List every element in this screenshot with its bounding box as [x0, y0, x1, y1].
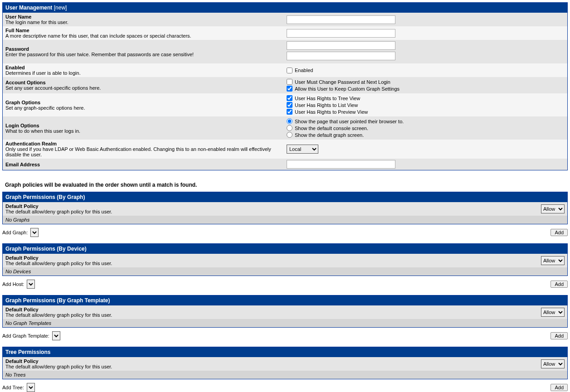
perm4-add-row: Add Tree: Add: [2, 381, 568, 392]
perm1-default-policy-row: Default Policy The default allow/deny gr…: [3, 202, 567, 216]
email-title: Email Address: [5, 162, 281, 167]
tree-view-checkbox[interactable]: [287, 95, 292, 101]
auth-realm-desc: Only used if you have LDAP or Web Basic …: [5, 146, 281, 157]
perm2-header: Graph Permissions (By Device): [3, 244, 567, 254]
tree-view-label: User Has Rights to Tree View: [295, 96, 360, 101]
perm4-add-label: Add Tree:: [2, 385, 24, 390]
perm1-header: Graph Permissions (By Graph): [3, 192, 567, 202]
enabled-label: Enabled Determines if user is able to lo…: [3, 63, 284, 77]
perm3-default-policy-row: Default Policy The default allow/deny gr…: [3, 305, 567, 319]
login-console-radio[interactable]: [287, 125, 292, 131]
policy-note: Graph policies will be evaluated in the …: [2, 177, 568, 192]
user-management-header: User Management [new]: [3, 3, 567, 13]
perm2-policy-title: Default Policy: [5, 255, 541, 261]
perm2-empty: No Devices: [3, 267, 567, 276]
perm1-add-label: Add Graph:: [2, 230, 28, 235]
perm1-policy-title: Default Policy: [5, 203, 541, 209]
list-view-checkbox[interactable]: [287, 102, 292, 108]
perm3-add-label: Add Graph Template:: [2, 333, 49, 339]
perm3-add-row: Add Graph Template: Add: [2, 329, 568, 347]
perm1-add-select[interactable]: [30, 228, 39, 237]
account-options-label: Account Options Set any user account-spe…: [3, 78, 284, 92]
login-last-page-radio[interactable]: [287, 118, 292, 124]
keep-graph-settings-checkbox[interactable]: [287, 86, 292, 92]
perm4-default-policy-row: Default Policy The default allow/deny gr…: [3, 357, 567, 371]
tree-permissions: Tree Permissions Default Policy The defa…: [2, 347, 568, 379]
enabled-desc: Determines if user is able to login.: [5, 70, 281, 76]
email-row: Email Address: [3, 159, 567, 170]
header-title: User Management: [5, 5, 52, 11]
perm2-add-select[interactable]: [27, 280, 35, 289]
perm4-empty: No Trees: [3, 371, 567, 379]
perm4-add-select[interactable]: [27, 383, 35, 392]
enabled-checkbox[interactable]: [287, 68, 292, 73]
perm3-add-select[interactable]: [52, 331, 60, 340]
perm2-add-label: Add Host:: [2, 281, 24, 287]
perm2-policy-desc: The default allow/deny graph policy for …: [5, 261, 541, 266]
account-options-row: Account Options Set any user account-spe…: [3, 77, 567, 93]
perm4-policy-title: Default Policy: [5, 358, 541, 364]
password-label: Password Enter the password for this use…: [3, 45, 284, 58]
perm3-empty: No Graph Templates: [3, 319, 567, 327]
password-input-2[interactable]: [287, 52, 395, 60]
password-row: Password Enter the password for this use…: [3, 40, 567, 63]
login-graph-radio[interactable]: [287, 132, 292, 138]
login-options-label: Login Options What to do when this user …: [3, 121, 284, 135]
username-desc: The login name for this user.: [5, 19, 281, 25]
email-input[interactable]: [287, 160, 395, 169]
password-desc: Enter the password for this user twice. …: [5, 52, 281, 57]
header-suffix: [new]: [54, 5, 67, 11]
graph-permissions-by-device: Graph Permissions (By Device) Default Po…: [2, 243, 568, 276]
graph-permissions-by-graph: Graph Permissions (By Graph) Default Pol…: [2, 192, 568, 224]
preview-view-label: User Has Rights to Preview View: [295, 109, 368, 115]
fullname-row: Full Name A more descriptive name for th…: [3, 26, 567, 40]
perm4-policy-desc: The default allow/deny graph policy for …: [5, 364, 541, 369]
keep-graph-settings-label: Allow this User to Keep Custom Graph Set…: [295, 86, 399, 92]
perm1-add-row: Add Graph: Add: [2, 226, 568, 243]
perm1-policy-desc: The default allow/deny graph policy for …: [5, 209, 541, 214]
auth-realm-label: Authentication Realm Only used if you ha…: [3, 140, 284, 159]
perm3-policy-title: Default Policy: [5, 307, 541, 312]
email-label: Email Address: [3, 160, 284, 169]
perm3-add-button[interactable]: Add: [551, 332, 568, 339]
perm2-default-policy-row: Default Policy The default allow/deny gr…: [3, 254, 567, 267]
login-last-page-label: Show the page that user pointed their br…: [295, 119, 404, 124]
auth-realm-title: Authentication Realm: [5, 141, 281, 146]
account-options-title: Account Options: [5, 80, 281, 85]
perm1-empty: No Graphs: [3, 216, 567, 224]
fullname-desc: A more descriptive name for this user, t…: [5, 33, 281, 39]
username-label: User Name The login name for this user.: [3, 13, 284, 26]
perm4-policy-select[interactable]: Allow: [541, 359, 565, 368]
login-console-label: Show the default console screen.: [295, 126, 368, 131]
username-input[interactable]: [287, 15, 395, 24]
list-view-label: User Has Rights to List View: [295, 102, 358, 108]
perm2-add-row: Add Host: Add: [2, 278, 568, 295]
password-title: Password: [5, 46, 281, 52]
fullname-input[interactable]: [287, 29, 395, 38]
preview-view-checkbox[interactable]: [287, 109, 292, 115]
perm1-add-button[interactable]: Add: [551, 229, 568, 236]
enabled-cb-label: Enabled: [295, 68, 313, 73]
auth-realm-select[interactable]: Local: [287, 145, 318, 154]
perm2-add-button[interactable]: Add: [551, 281, 568, 288]
must-change-password-checkbox[interactable]: [287, 79, 292, 85]
auth-realm-row: Authentication Realm Only used if you ha…: [3, 140, 567, 159]
graph-options-title: Graph Options: [5, 100, 281, 105]
perm2-policy-select[interactable]: Allow: [541, 256, 565, 265]
enabled-title: Enabled: [5, 65, 281, 70]
fullname-title: Full Name: [5, 28, 281, 33]
password-input-1[interactable]: [287, 41, 395, 50]
graph-options-row: Graph Options Set any graph-specific opt…: [3, 93, 567, 116]
perm3-policy-select[interactable]: Allow: [541, 308, 565, 317]
perm4-add-button[interactable]: Add: [551, 384, 568, 391]
perm1-policy-select[interactable]: Allow: [541, 204, 565, 213]
username-row: User Name The login name for this user.: [3, 13, 567, 26]
account-options-desc: Set any user account-specific options he…: [5, 85, 281, 91]
enabled-row: Enabled Determines if user is able to lo…: [3, 63, 567, 77]
must-change-password-label: User Must Change Password at Next Login: [295, 79, 390, 85]
perm4-header: Tree Permissions: [3, 347, 567, 357]
perm3-policy-desc: The default allow/deny graph policy for …: [5, 312, 541, 318]
login-graph-label: Show the default graph screen.: [295, 132, 364, 138]
graph-options-label: Graph Options Set any graph-specific opt…: [3, 98, 284, 112]
username-title: User Name: [5, 14, 281, 19]
